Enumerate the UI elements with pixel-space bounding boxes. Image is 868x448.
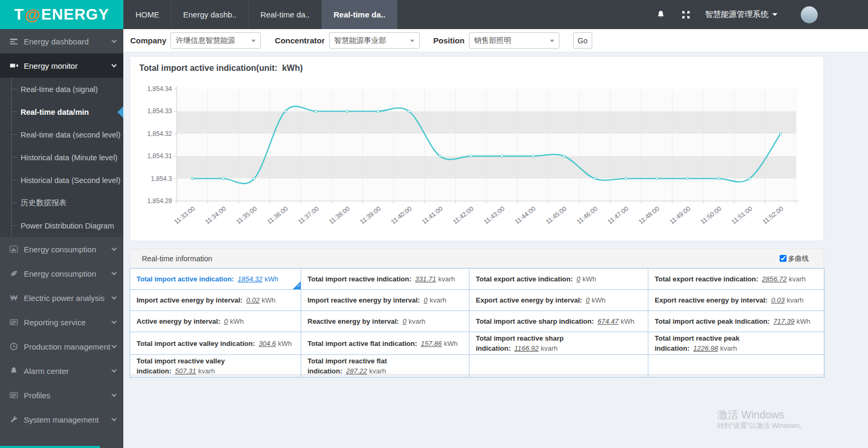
table-cell-export-reactive-energy-by-interval[interactable]: Export reactive energy by interval:0.03k… [648, 290, 825, 311]
table-cell-export-active-energy-by-interval[interactable]: Export active energy by interval:0kWh [469, 290, 648, 311]
chevron-down-icon [112, 246, 117, 251]
cell-unit: kWh [582, 275, 596, 283]
company-select[interactable]: 许继信息智慧能源 [170, 32, 261, 49]
cell-value: 0 [586, 296, 590, 304]
sidebar-item-energy-consumption-2[interactable]: Energy consumption [0, 237, 123, 261]
top-nav-tabs: HOMEEnergy dashb..Real-time da..Real-tim… [123, 0, 397, 29]
sidebar-item-profiles-8[interactable]: Profiles [0, 383, 123, 407]
table-cell-total-export-active-indication[interactable]: Total export active indication:0kWh [469, 269, 648, 290]
cell-value: 304.6 [259, 340, 276, 348]
submenu-item-real-time-data-signal[interactable]: Real-time data (signal) [0, 78, 123, 100]
concentrator-filter: Concentrator 智慧能源事业部 [275, 32, 419, 49]
realtime-info-title: Real-time information [142, 254, 212, 263]
svg-text:1,854.33: 1,854.33 [147, 107, 172, 115]
table-cell-total-import-active-indication[interactable]: Total import active indication:1854.32kW… [130, 269, 301, 290]
cell-value: 2856.72 [762, 275, 787, 283]
tab-energy-dashb-1[interactable]: Energy dashb.. [171, 0, 249, 29]
table-cell-total-import-active-peak-indication[interactable]: Total import active peak indication:717.… [648, 311, 825, 332]
dashboard-icon [9, 36, 19, 46]
position-select-value: 销售部照明 [474, 36, 511, 45]
svg-text:11:40:00: 11:40:00 [390, 205, 413, 225]
table-cell-total-import-reactive-indication[interactable]: Total import reactive indication:331.71k… [301, 269, 469, 290]
table-cell-total-import-reactive-peak-indication[interactable]: Total import reactive peak indication:12… [648, 332, 825, 355]
sidebar-item-alarm-center-7[interactable]: Alarm center [0, 359, 123, 383]
topbar-right: 智慧能源管理系统 [655, 0, 868, 29]
go-button[interactable]: Go [573, 32, 592, 49]
submenu-item-label: Power Distribution Diagram [21, 222, 114, 230]
cell-value: 0.03 [771, 296, 784, 304]
list-icon [9, 390, 19, 400]
table-cell-total-import-reactive-valley-indication[interactable]: Total import reactive valley indication:… [130, 355, 301, 378]
cell-label: Export reactive energy by interval: [655, 296, 767, 304]
sidebar-item-energy-dashboard-0[interactable]: Energy dashboard [0, 29, 123, 53]
table-cell-reactive-energy-by-interval[interactable]: Reactive energy by interval:0kvarh [301, 311, 469, 332]
tab-real-time-da-3[interactable]: Real-time da.. [322, 0, 397, 29]
app-logo: T@ENERGY [0, 0, 123, 29]
sidebar-item-energy-consumption-3[interactable]: Energy consumption [0, 261, 123, 286]
watermark-line2: 转到“设置”以激活 Windows。 [717, 421, 807, 431]
sidebar-item-electric-power-analysis-4[interactable]: ₩Electric power analysis [0, 286, 123, 310]
chart-title: Total import active indication(unit: kWh… [130, 57, 824, 73]
cell-unit: kWh [592, 296, 605, 304]
cell-unit: kvarh [198, 367, 215, 375]
table-cell-total-import-active-valley-indication[interactable]: Total import active valley indication:30… [130, 332, 301, 355]
submenu-item-历史数据报表[interactable]: 历史数据报表 [0, 191, 123, 214]
windows-activation-watermark: 激活 Windows 转到“设置”以激活 Windows。 [717, 408, 807, 431]
position-select[interactable]: 销售部照明 [469, 32, 559, 49]
sidebar-item-energy-monitor-1[interactable]: Energy monitor [0, 53, 123, 78]
multi-curve-checkbox[interactable] [780, 255, 786, 262]
cell-label: Total export reactive indication: [655, 275, 758, 283]
concentrator-select[interactable]: 智慧能源事业部 [329, 32, 420, 49]
table-cell-total-import-reactive-sharp-indication[interactable]: Total import reactive sharp indication:1… [469, 332, 648, 355]
table-cell-total-import-active-sharp-indication[interactable]: Total import active sharp indication:674… [469, 311, 648, 332]
table-cell-total-import-active-flat-indication[interactable]: Total import active flat indication:157.… [301, 332, 469, 355]
concentrator-label: Concentrator [275, 36, 324, 45]
position-filter: Position 销售部照明 [433, 32, 559, 49]
svg-text:11:45:00: 11:45:00 [544, 205, 568, 225]
cell-unit: kvarh [369, 367, 386, 375]
sidebar-item-label: System management [24, 415, 99, 424]
sidebar-item-reporting-service-5[interactable]: Reporting service [0, 310, 123, 334]
sidebar-item-production-management-6[interactable]: Production management [0, 334, 123, 359]
sidebar-item-system-management-9[interactable]: System management [0, 407, 123, 432]
main-content: Company 许继信息智慧能源 Concentrator 智慧能源事业部 Po… [123, 29, 868, 448]
table-cell-total-import-reactive-flat-indication[interactable]: Total import reactive flat indication:28… [301, 355, 469, 378]
submenu-item-real-time-data-min[interactable]: Real-time data/min [0, 100, 123, 123]
svg-text:1,854.32: 1,854.32 [147, 130, 172, 138]
submenu-item-historical-data-minute-level[interactable]: Historical data (Minute level) [0, 146, 123, 169]
svg-text:11:37:00: 11:37:00 [296, 205, 320, 225]
table-cell-active-energy-by-interval[interactable]: Active energy by interval:0kWh [130, 311, 301, 332]
table-cell-import-reactive-energy-by-interval[interactable]: Import reactive energy by interval:0kvar… [301, 290, 469, 311]
svg-text:1,854.31: 1,854.31 [147, 152, 172, 160]
cell-label: Total import active valley indication: [137, 340, 255, 348]
svg-text:11:38:00: 11:38:00 [328, 205, 351, 225]
chevron-down-icon [112, 343, 117, 349]
cell-unit: kvarh [789, 275, 806, 283]
won-sign-icon: ₩ [9, 293, 19, 303]
cell-unit: kvarh [409, 317, 426, 325]
svg-text:11:41:00: 11:41:00 [420, 205, 444, 225]
table-cell-import-active-energy-by-interval[interactable]: Import active energy by interval:0.02kWh [130, 290, 301, 311]
submenu-item-label: 历史数据报表 [21, 198, 67, 208]
submenu-item-power-distribution-diagram[interactable]: Power Distribution Diagram [0, 214, 123, 237]
user-avatar[interactable] [801, 6, 818, 23]
cell-unit: kWh [278, 340, 292, 348]
svg-text:11:50:00: 11:50:00 [699, 205, 723, 225]
bell-icon[interactable] [655, 10, 666, 20]
system-menu-dropdown[interactable]: 智慧能源管理系统 [705, 10, 777, 20]
tab-real-time-da-2[interactable]: Real-time da.. [249, 0, 322, 29]
table-cell-total-export-reactive-indication[interactable]: Total export reactive indication:2856.72… [648, 269, 825, 290]
sidebar-item-label: Profiles [24, 391, 50, 400]
video-camera-icon [9, 61, 19, 70]
tab-home-0[interactable]: HOME [123, 0, 171, 29]
submenu-item-historical-data-second-level[interactable]: Historical data (Second level) [0, 169, 123, 191]
sidebar-item-label: Energy dashboard [24, 37, 89, 46]
cell-label: Total import active sharp indication: [476, 317, 594, 325]
fullscreen-icon[interactable] [681, 10, 691, 20]
submenu-item-real-time-data-second-level[interactable]: Real-time data (second level) [0, 123, 123, 146]
cell-unit: kvarh [430, 296, 447, 304]
svg-text:11:33:00: 11:33:00 [173, 205, 196, 225]
report-icon [9, 317, 19, 327]
bar-chart-icon [9, 244, 19, 254]
multi-curve-toggle[interactable]: 多曲线 [780, 254, 809, 263]
